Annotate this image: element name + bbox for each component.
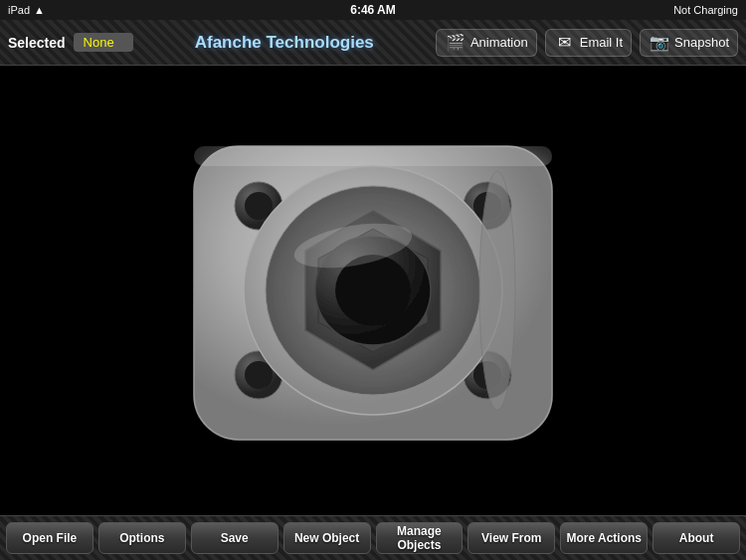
device-label: iPad	[8, 4, 30, 16]
app-title: Afanche Technologies	[141, 33, 428, 53]
animation-icon: 🎬	[445, 34, 466, 52]
status-bar: iPad ▲ 6:46 AM Not Charging	[0, 0, 746, 20]
svg-point-3	[245, 192, 273, 220]
more-actions-button[interactable]: More Actions	[560, 522, 648, 554]
model-container	[0, 66, 746, 515]
wifi-icon: ▲	[34, 4, 45, 16]
email-label: Email It	[580, 35, 623, 50]
save-button[interactable]: Save	[191, 522, 279, 554]
status-time: 6:46 AM	[350, 3, 396, 17]
email-icon: ✉	[554, 34, 576, 52]
svg-rect-1	[194, 146, 552, 166]
svg-point-16	[479, 171, 515, 410]
email-button[interactable]: ✉ Email It	[545, 29, 632, 57]
main-viewport[interactable]	[0, 66, 746, 515]
bottom-toolbar: Open File Options Save New Object Manage…	[0, 515, 746, 560]
animation-label: Animation	[470, 35, 528, 50]
about-button[interactable]: About	[653, 522, 740, 554]
open-file-button[interactable]: Open File	[6, 522, 93, 554]
new-object-button[interactable]: New Object	[283, 522, 371, 554]
3d-model	[114, 82, 632, 499]
snapshot-icon: 📷	[649, 34, 670, 52]
battery-status: Not Charging	[673, 4, 738, 16]
snapshot-label: Snapshot	[674, 35, 729, 50]
snapshot-button[interactable]: 📷 Snapshot	[640, 29, 738, 57]
selected-value: None	[74, 33, 133, 52]
options-button[interactable]: Options	[98, 522, 186, 554]
selected-label: Selected	[8, 35, 66, 51]
manage-objects-button[interactable]: Manage Objects	[376, 522, 464, 554]
top-toolbar: Selected None Afanche Technologies 🎬 Ani…	[0, 20, 746, 66]
view-from-button[interactable]: View From	[467, 522, 555, 554]
status-left: iPad ▲	[8, 4, 45, 16]
animation-button[interactable]: 🎬 Animation	[436, 29, 537, 57]
svg-point-7	[245, 361, 273, 389]
